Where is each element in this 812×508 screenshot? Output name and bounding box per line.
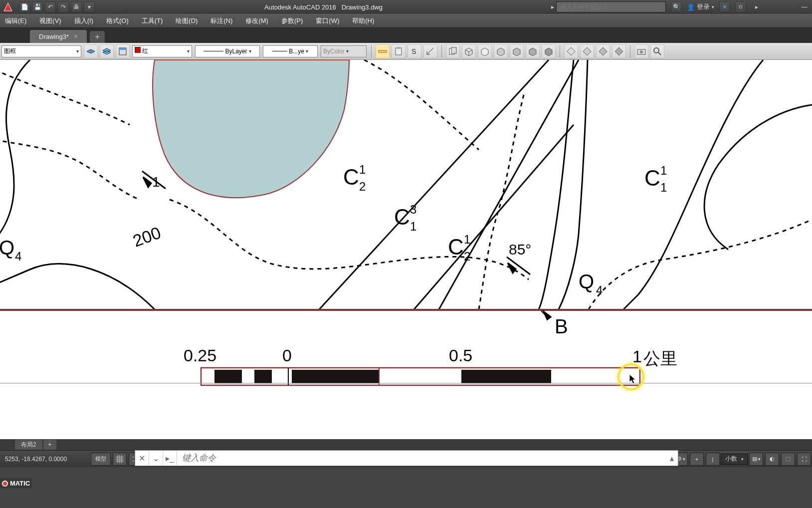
menu-window[interactable]: 窗口(W) <box>313 15 342 26</box>
box6-icon[interactable] <box>542 44 556 58</box>
menu-tools[interactable]: 工具(T) <box>139 15 166 26</box>
box3-icon[interactable] <box>494 44 508 58</box>
layer-state-icon[interactable] <box>84 44 98 58</box>
menu-modify[interactable]: 修改(M) <box>242 15 271 26</box>
add-layout-button[interactable]: + <box>43 440 56 450</box>
new-icon[interactable]: 📄 <box>19 1 30 12</box>
svg-text:C: C <box>448 235 464 259</box>
svg-rect-8 <box>451 47 456 53</box>
svg-point-49 <box>133 457 134 458</box>
qat-dropdown-icon[interactable]: ▾ <box>84 1 95 12</box>
drawing-canvas[interactable]: C12 C31 C12 C11 Q4 Q4 85° 200 1 B 0.25 0… <box>0 60 812 439</box>
box5-icon[interactable] <box>526 44 540 58</box>
add-tab-button[interactable]: + <box>90 31 105 43</box>
svg-text:1: 1 <box>359 163 366 176</box>
linetype-selector[interactable]: ByLayer ▾ <box>195 45 260 57</box>
close-tab-icon[interactable]: × <box>74 32 78 40</box>
svg-text:0.25: 0.25 <box>184 346 216 365</box>
svg-text:0: 0 <box>282 346 292 365</box>
svg-text:C: C <box>644 166 660 190</box>
box2-icon[interactable] <box>478 44 492 58</box>
svg-rect-36 <box>214 370 242 383</box>
clean-screen-icon[interactable]: ⛶ <box>797 453 811 466</box>
units-selector[interactable]: 小数▾ <box>721 454 748 465</box>
command-line[interactable]: ✕ ⌄ ▸_ ▴ <box>135 450 678 466</box>
properties-toolbar: 图框▾ 红▾ ByLayer ▾ B...ye ▾ ByColor ▾ S <box>0 43 812 60</box>
cmdline-options-icon[interactable]: ⌄ <box>149 451 163 465</box>
document-tab[interactable]: Drawing3* × <box>30 30 87 43</box>
layer-prev-icon[interactable] <box>100 44 114 58</box>
menu-dimension[interactable]: 标注(N) <box>207 15 235 26</box>
svg-text:S: S <box>411 47 416 55</box>
diamond1-icon[interactable] <box>564 44 578 58</box>
hardware-accel-icon[interactable]: ◐ <box>765 453 779 466</box>
save-icon[interactable]: 💾 <box>32 1 43 12</box>
num-1: 1 <box>152 174 160 190</box>
box4-icon[interactable] <box>510 44 524 58</box>
record-icon <box>2 481 8 487</box>
layout-tab-2[interactable]: 布局2 <box>15 440 42 450</box>
menu-param[interactable]: 参数(P) <box>278 15 306 26</box>
isolate-icon[interactable]: ⬚ <box>781 453 795 466</box>
units-plus-icon[interactable]: + <box>690 453 704 466</box>
measure-icon[interactable] <box>376 44 390 58</box>
menu-help[interactable]: 帮助(H) <box>349 15 377 26</box>
svg-text:4: 4 <box>596 283 603 297</box>
box1-icon[interactable] <box>462 44 476 58</box>
minimize-button[interactable]: — <box>797 2 812 12</box>
menu-insert[interactable]: 插入(I) <box>71 15 96 26</box>
search-input[interactable] <box>557 3 665 10</box>
scale-bar: 0.25 0 0.5 1 公里 <box>184 346 677 385</box>
zoom-icon[interactable] <box>650 44 664 58</box>
svg-text:2: 2 <box>464 250 470 263</box>
title-bar: 📄 💾 ↶ ↷ 🖶 ▾ Autodesk AutoCAD 2016 Drawin… <box>0 0 812 14</box>
command-input[interactable] <box>177 453 666 463</box>
infocenter-arrow-icon[interactable]: ▸ <box>549 1 556 12</box>
redo-icon[interactable]: ↷ <box>58 1 69 12</box>
login-button[interactable]: 👤 登录 ▾ <box>687 2 714 11</box>
svg-rect-4 <box>396 48 402 55</box>
a360-icon[interactable]: ⛭ <box>735 1 746 12</box>
svg-point-51 <box>133 461 134 462</box>
infocenter-search[interactable] <box>556 1 666 12</box>
svg-text:1: 1 <box>410 220 416 233</box>
camera-icon[interactable] <box>634 44 648 58</box>
menu-edit[interactable]: 编辑(E) <box>2 15 29 26</box>
lineweight-selector[interactable]: B...ye ▾ <box>263 45 318 57</box>
diamond4-icon[interactable] <box>612 44 626 58</box>
text-icon[interactable]: S <box>407 44 421 58</box>
cmdline-expand-icon[interactable]: ▴ <box>666 451 678 465</box>
user-icon: 👤 <box>687 3 695 11</box>
units-lock-icon[interactable]: | <box>706 453 720 466</box>
clipboard-icon[interactable] <box>446 44 460 58</box>
search-subscription-icon[interactable]: 🔍 <box>671 1 682 12</box>
svg-text:2: 2 <box>359 180 366 193</box>
layer-selector[interactable]: 图框▾ <box>1 45 81 57</box>
model-space-button[interactable]: 模型 <box>91 453 111 466</box>
dimension-icon[interactable] <box>423 44 437 58</box>
diamond2-icon[interactable] <box>580 44 594 58</box>
quick-props-icon[interactable]: ▤▾ <box>749 453 763 466</box>
layer-props-icon[interactable] <box>116 44 130 58</box>
app-logo-icon[interactable] <box>3 2 13 12</box>
svg-text:Q: Q <box>0 237 14 258</box>
cmdline-prompt-icon[interactable]: ▸_ <box>163 451 177 465</box>
close-cmdline-icon[interactable]: ✕ <box>135 451 149 465</box>
svg-marker-18 <box>543 311 551 320</box>
color-selector[interactable]: 红▾ <box>132 45 192 57</box>
undo-icon[interactable]: ↶ <box>45 1 56 12</box>
help-dropdown-icon[interactable]: ▸ <box>751 1 762 12</box>
svg-point-11 <box>654 48 659 53</box>
diamond3-icon[interactable] <box>596 44 610 58</box>
exchange-icon[interactable]: ✕ <box>719 1 730 12</box>
print-icon[interactable]: 🖶 <box>71 1 82 12</box>
coordinates-display[interactable]: 5253, -18.4267, 0.0000 <box>0 456 90 463</box>
svg-text:3: 3 <box>410 203 416 216</box>
svg-rect-3 <box>379 50 387 52</box>
grid-icon[interactable] <box>113 453 127 466</box>
paste-icon[interactable] <box>392 44 406 58</box>
menu-draw[interactable]: 绘图(D) <box>173 15 201 26</box>
svg-text:0.5: 0.5 <box>449 346 472 365</box>
menu-format[interactable]: 格式(O) <box>103 15 132 26</box>
menu-view[interactable]: 视图(V) <box>36 15 64 26</box>
